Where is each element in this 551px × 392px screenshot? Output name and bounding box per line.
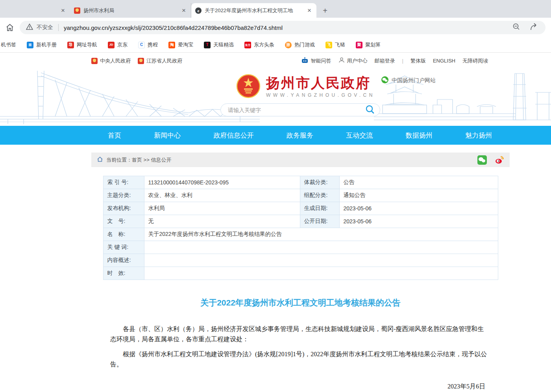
tab-3-active[interactable]: e 关于2022年度扬州市水利工程文明工地 ×	[191, 3, 316, 18]
meta-label: 索 引 号:	[103, 176, 144, 189]
tab-1-close-icon[interactable]: ×	[60, 7, 66, 14]
warning-icon[interactable]	[26, 24, 33, 31]
table-row: 时 效:	[103, 267, 498, 280]
bookmark-mobile[interactable]: 机书签	[1, 41, 16, 48]
new-tab-button[interactable]: +	[320, 5, 331, 16]
meta-label: 组配分类:	[300, 189, 339, 202]
bookmark-url-nav[interactable]: 导 网址导航	[67, 41, 97, 48]
meta-value	[144, 254, 498, 267]
portal-link[interactable]: 中国扬州门户网站	[381, 76, 436, 85]
nav-home[interactable]: 首页	[108, 131, 121, 140]
link-smart-qa[interactable]: 智能问答	[301, 57, 331, 65]
nav-info-disclosure[interactable]: 政府信息公开	[214, 131, 254, 140]
ctrip-icon: C	[138, 42, 145, 48]
link-accessible[interactable]: 无障碍阅读	[462, 57, 488, 64]
meta-label: 名 称:	[103, 228, 144, 241]
table-row: 文 号: 无 公开日期: 2023-05-06	[103, 215, 498, 228]
meta-value: 关于2022年度扬州市水利工程文明工地考核结果的公告	[144, 228, 498, 241]
meta-label: 公开日期:	[300, 215, 339, 228]
tmall-icon: T	[204, 42, 211, 48]
tab-strip: × 扬州市水利局 × e 关于2022年度扬州市水利工程文明工地 × +	[0, 0, 551, 18]
nav-services[interactable]: 政务服务	[287, 131, 313, 140]
metadata-table: 索 引 号: 11321000014407098E-2023-095 体裁分类:…	[103, 176, 498, 280]
bookmark-fliggy[interactable]: 飞 飞猪	[325, 41, 345, 48]
bookmark-toutiao[interactable]: 东方 东方头条	[244, 41, 274, 48]
article-title: 关于2022年度扬州市水利工程文明工地考核结果的公告	[91, 297, 510, 308]
link-english[interactable]: ENGLISH	[433, 58, 455, 64]
bookmark-juhuasuan[interactable]: 聚 聚划算	[356, 41, 381, 48]
address-bar: 不安全 yangzhou.gov.cn/yzszxxgk/slj/202305/…	[0, 18, 551, 37]
user-icon	[338, 57, 345, 64]
url-text[interactable]: yangzhou.gov.cn/yzszxxgk/slj/202305/210c…	[64, 24, 283, 31]
weibo-share-icon[interactable]	[495, 155, 504, 165]
article-paragraph: 根据《扬州市水利工程文明工地建设管理办法》(扬水规[2019]1号)，2022年…	[110, 349, 490, 370]
site-utility-bar: 中央人民政府 江苏省人民政府 智能问答 用户中心 邮箱登录	[0, 53, 551, 69]
tab-2-close-icon[interactable]: ×	[181, 7, 187, 14]
meta-label: 体裁分类:	[300, 176, 339, 189]
search-input[interactable]	[228, 107, 365, 113]
bookmark-games[interactable]: 游 热门游戏	[285, 41, 315, 48]
site-title: 扬州市人民政府	[266, 76, 375, 91]
home-icon[interactable]	[6, 23, 14, 32]
site-logo[interactable]: 扬州市人民政府 WWW.YANGZHOU.GOV.CN	[236, 74, 375, 100]
meta-value	[144, 241, 498, 254]
breadcrumb-text[interactable]: 当前位置：首页 >> 信息公开	[106, 156, 171, 164]
zoom-out-icon[interactable]	[512, 22, 521, 33]
meta-value	[144, 267, 498, 280]
browser-window: × 扬州市水利局 × e 关于2022年度扬州市水利工程文明工地 × + 不安全…	[0, 0, 551, 392]
link-mail-login[interactable]: 邮箱登录	[375, 57, 395, 64]
table-row: 内容概述:	[103, 254, 498, 267]
share-icon[interactable]	[530, 22, 539, 33]
tab-2[interactable]: 扬州市水利局 ×	[70, 3, 191, 18]
bookmarks-bar: 机书签 ≣ 新机手册 导 网址导航 JD 京东 C 携程 淘 爱淘宝 T 天猫精…	[0, 37, 551, 53]
link-traditional[interactable]: 繁体版	[410, 57, 426, 64]
url-input[interactable]: 不安全 yangzhou.gov.cn/yzszxxgk/slj/202305/…	[20, 21, 545, 34]
bookmark-ctrip[interactable]: C 携程	[138, 41, 158, 48]
meta-label: 内容概述:	[103, 254, 144, 267]
link-user-center[interactable]: 用户中心	[338, 57, 368, 64]
emblem-icon	[91, 58, 98, 64]
meta-label: 主题分类:	[103, 189, 144, 202]
site-url-label: WWW.YANGZHOU.GOV.CN	[266, 92, 375, 98]
nav-site-icon: 导	[67, 42, 74, 48]
toutiao-icon: 东方	[244, 42, 251, 48]
jd-icon: JD	[108, 42, 115, 48]
meta-label: 发布机构:	[103, 202, 144, 215]
manual-icon: ≣	[27, 42, 33, 48]
robot-icon	[301, 57, 309, 65]
omnibox-divider	[58, 24, 59, 31]
breadcrumb-home-icon[interactable]	[97, 156, 103, 163]
search-icon[interactable]	[365, 104, 375, 116]
nav-interaction[interactable]: 互动交流	[346, 131, 373, 140]
games-icon: 游	[285, 42, 292, 48]
table-row: 主题分类: 农业、林业、水利 组配分类: 通知公告	[103, 189, 498, 202]
wechat-share-icon[interactable]	[477, 155, 487, 165]
content-panel: 当前位置：首页 >> 信息公开 索 引 号: 11321000014407098…	[91, 153, 510, 392]
nav-data[interactable]: 数据扬州	[406, 131, 433, 140]
meta-value: 公告	[339, 176, 498, 189]
national-emblem-icon	[236, 74, 261, 100]
security-label[interactable]: 不安全	[37, 24, 53, 31]
bookmark-manual[interactable]: ≣ 新机手册	[27, 41, 57, 48]
meta-label: 关 键 词:	[103, 241, 144, 254]
meta-value: 2023-05-06	[339, 202, 498, 215]
table-row: 名 称: 关于2022年度扬州市水利工程文明工地考核结果的公告	[103, 228, 498, 241]
meta-value: 农业、林业、水利	[144, 189, 300, 202]
meta-value: 通知公告	[339, 189, 498, 202]
wechat-icon	[381, 76, 389, 85]
tab-2-title: 扬州市水利局	[83, 7, 178, 14]
nav-charm[interactable]: 魅力扬州	[465, 131, 492, 140]
gov-emblem-favicon	[74, 7, 80, 14]
tab-1[interactable]: ×	[0, 3, 70, 18]
tab-3-close-icon[interactable]: ×	[306, 7, 312, 14]
bookmark-jd[interactable]: JD 京东	[108, 41, 128, 48]
table-row: 发布机构: 水利局 生成日期: 2023-05-06	[103, 202, 498, 215]
link-jiangsu-gov[interactable]: 江苏省人民政府	[138, 57, 182, 64]
meta-value: 11321000014407098E-2023-095	[144, 176, 300, 189]
meta-value: 水利局	[144, 202, 300, 215]
link-central-gov[interactable]: 中央人民政府	[91, 57, 131, 64]
bookmark-aitaobao[interactable]: 淘 爱淘宝	[168, 41, 193, 48]
bookmark-tmall[interactable]: T 天猫精选	[204, 41, 234, 48]
taobao-icon: 淘	[168, 42, 175, 48]
nav-news[interactable]: 新闻中心	[154, 131, 181, 140]
